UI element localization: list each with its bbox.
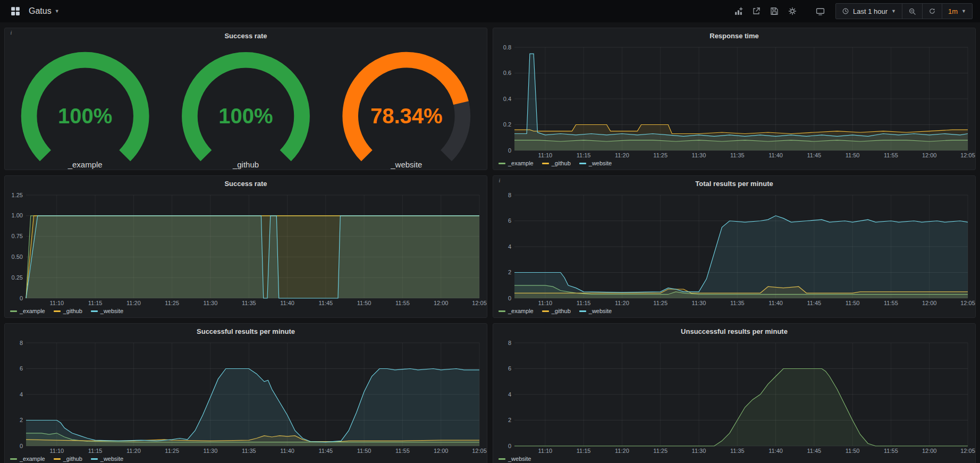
legend-color-swatch [579, 163, 586, 164]
svg-text:0: 0 [508, 295, 511, 301]
panel-success-rate-gauges: i Success rate 100%_example100%_github78… [4, 28, 487, 170]
svg-text:11:45: 11:45 [807, 152, 821, 158]
svg-text:11:25: 11:25 [653, 448, 668, 454]
total-results-chart[interactable]: 0246811:1011:1511:2011:2511:3011:3511:40… [493, 190, 975, 307]
grid-menu-icon[interactable] [7, 3, 23, 19]
svg-text:8: 8 [508, 340, 511, 346]
tv-mode-button[interactable] [812, 3, 828, 19]
chart-legend: _example_github_website [493, 307, 975, 317]
clock-icon [842, 7, 849, 15]
refresh-icon [928, 7, 936, 15]
svg-text:11:35: 11:35 [730, 448, 745, 454]
svg-text:2: 2 [508, 269, 511, 275]
svg-text:78.34%: 78.34% [370, 104, 443, 128]
panel-title[interactable]: Total results per minute [493, 176, 975, 190]
refresh-button[interactable] [922, 3, 942, 19]
svg-text:11:55: 11:55 [395, 300, 410, 306]
response-time-chart[interactable]: 00.20.40.60.811:1011:1511:2011:2511:3011… [493, 42, 975, 159]
legend-item-_example[interactable]: _example [499, 308, 534, 314]
svg-text:11:30: 11:30 [204, 448, 218, 454]
legend-series-label: _github [552, 308, 571, 314]
legend-item-_website[interactable]: _website [91, 308, 123, 314]
chart-legend: _example_github_website [5, 454, 487, 463]
svg-text:12:05: 12:05 [960, 300, 975, 306]
success-rate-chart[interactable]: 00.250.500.751.001.2511:1011:1511:2011:2… [5, 190, 487, 307]
legend-color-swatch [542, 163, 549, 164]
panel-info-icon[interactable]: i [8, 30, 14, 36]
svg-text:11:40: 11:40 [768, 448, 783, 454]
svg-text:100%: 100% [58, 104, 112, 128]
legend-item-_github[interactable]: _github [542, 160, 571, 166]
svg-text:100%: 100% [218, 104, 273, 128]
svg-text:8: 8 [508, 192, 511, 198]
zoom-out-button[interactable] [902, 3, 923, 19]
svg-text:11:10: 11:10 [49, 448, 64, 454]
svg-text:8: 8 [20, 340, 23, 346]
svg-text:12:05: 12:05 [960, 152, 975, 158]
svg-text:11:45: 11:45 [807, 300, 821, 306]
legend-series-label: _github [552, 160, 571, 166]
svg-text:11:35: 11:35 [242, 448, 256, 454]
svg-text:11:40: 11:40 [280, 448, 294, 454]
svg-text:12:00: 12:00 [434, 448, 449, 454]
svg-text:12:05: 12:05 [472, 300, 487, 306]
time-range-picker[interactable]: Last 1 hour ▼ [835, 3, 902, 19]
svg-text:11:40: 11:40 [280, 300, 294, 306]
svg-text:11:35: 11:35 [730, 152, 745, 158]
panel-successful-results: Successful results per minute 0246811:10… [4, 323, 487, 463]
settings-gear-button[interactable] [784, 3, 800, 19]
legend-item-_website[interactable]: _website [579, 160, 612, 166]
legend-series-label: _github [63, 308, 82, 314]
svg-text:11:35: 11:35 [242, 300, 256, 306]
refresh-interval-picker[interactable]: 1m ▼ [942, 3, 973, 19]
chevron-down-icon: ▼ [55, 9, 60, 14]
svg-text:11:10: 11:10 [538, 448, 552, 454]
legend-series-label: _example [20, 308, 45, 314]
save-button[interactable] [766, 3, 782, 19]
legend-item-_github[interactable]: _github [542, 308, 571, 314]
legend-item-_example[interactable]: _example [10, 456, 45, 462]
svg-text:11:10: 11:10 [538, 300, 552, 306]
svg-text:6: 6 [508, 217, 511, 224]
svg-text:0.75: 0.75 [12, 233, 23, 239]
panel-info-icon[interactable]: i [496, 178, 503, 184]
add-panel-button[interactable] [730, 3, 746, 19]
panel-title[interactable]: Response time [493, 28, 975, 42]
dashboard-title[interactable]: Gatus ▼ [29, 6, 60, 16]
successful-results-chart[interactable]: 0246811:1011:1511:2011:2511:3011:3511:40… [5, 338, 487, 454]
svg-text:1.00: 1.00 [12, 212, 23, 218]
svg-text:12:00: 12:00 [922, 300, 937, 306]
svg-text:0.25: 0.25 [12, 274, 23, 281]
svg-text:11:20: 11:20 [615, 448, 629, 454]
legend-series-label: _website [100, 308, 123, 314]
svg-text:12:00: 12:00 [922, 152, 937, 158]
panel-success-rate-timeseries: Success rate 00.250.500.751.001.2511:101… [4, 175, 487, 318]
legend-item-_github[interactable]: _github [54, 308, 82, 314]
svg-text:2: 2 [508, 417, 511, 423]
legend-item-_website[interactable]: _website [579, 308, 612, 314]
panel-title[interactable]: Success rate [5, 28, 487, 42]
chart-legend: _website [493, 454, 975, 463]
unsuccessful-results-chart[interactable]: 0246811:1011:1511:2011:2511:3011:3511:40… [493, 338, 975, 454]
legend-item-_example[interactable]: _example [499, 160, 534, 166]
legend-item-_website[interactable]: _website [499, 456, 531, 462]
legend-item-_example[interactable]: _example [10, 308, 45, 314]
svg-text:12:00: 12:00 [922, 448, 937, 454]
legend-item-_website[interactable]: _website [91, 456, 123, 462]
svg-text:11:55: 11:55 [884, 448, 898, 454]
svg-text:11:20: 11:20 [615, 152, 629, 158]
panel-title[interactable]: Unsuccessful results per minute [493, 324, 975, 338]
svg-text:11:20: 11:20 [615, 300, 629, 306]
panel-title[interactable]: Successful results per minute [5, 324, 487, 338]
success-rate-gauges[interactable]: 100%_example100%_github78.34%_website [5, 42, 487, 170]
share-button[interactable] [748, 3, 764, 19]
svg-text:12:00: 12:00 [434, 300, 449, 306]
chart-legend: _example_github_website [5, 307, 487, 317]
legend-item-_github[interactable]: _github [54, 456, 82, 462]
legend-color-swatch [499, 458, 505, 460]
legend-color-swatch [579, 310, 586, 312]
svg-text:6: 6 [508, 365, 511, 372]
panel-title[interactable]: Success rate [5, 176, 487, 190]
svg-text:11:50: 11:50 [846, 152, 860, 158]
svg-text:_website: _website [390, 160, 422, 169]
